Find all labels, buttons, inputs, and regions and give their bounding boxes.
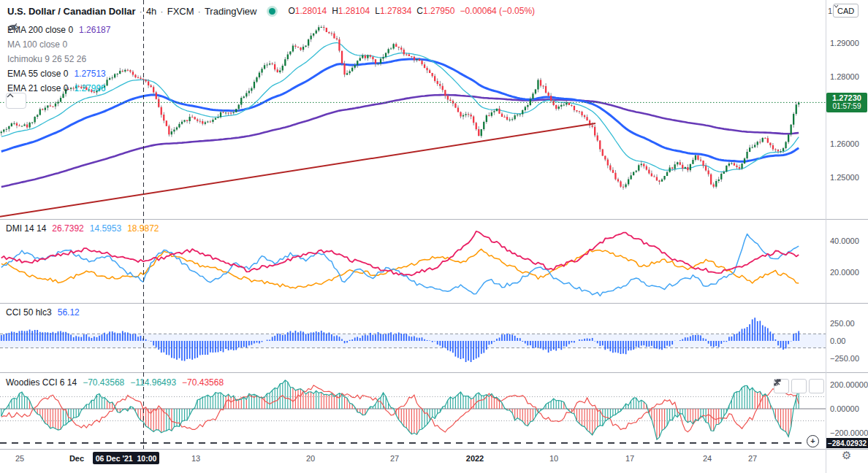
- crosshair-date-badge: 06 Dec '21 10:00: [93, 452, 159, 464]
- pane-value: 26.7392: [52, 223, 83, 234]
- dmi-axis-label: 40.0000: [830, 236, 859, 245]
- title-separator: ·: [160, 6, 163, 17]
- platform-label: TradingView: [205, 6, 257, 17]
- price-axis-label: 1.29000: [830, 39, 859, 47]
- time-axis-label: 24: [703, 454, 712, 463]
- ohlc-label: L: [375, 6, 380, 16]
- woodies-axis-label: 0.00000: [830, 404, 859, 413]
- current-price: 1.27230: [832, 93, 861, 102]
- bar-countdown-timer: 01:57:59: [833, 102, 861, 111]
- price-axis-label: 1.28000: [830, 72, 859, 81]
- eye-off-icon[interactable]: [7, 23, 19, 32]
- market-status-dot: [269, 8, 275, 15]
- pane-title[interactable]: Woodies CCI 6 14: [6, 377, 77, 388]
- chart-legend-title-row[interactable]: U.S. Dollar / Canadian Dollar · 4h · FXC…: [7, 4, 535, 18]
- ohlc-item: H1.28104: [332, 6, 370, 16]
- title-separator: ·: [140, 6, 142, 17]
- symbol-title[interactable]: U.S. Dollar / Canadian Dollar: [7, 6, 136, 17]
- legend-row[interactable]: MA 100 close 0: [7, 37, 110, 52]
- legend-label: MA 100 close 0: [7, 39, 67, 50]
- ohlc-value: 1.28104: [338, 6, 370, 16]
- time-axis-label: 10: [549, 454, 558, 463]
- time-axis-label: 27: [390, 454, 399, 463]
- tradingview-chart-window: U.S. Dollar / Canadian Dollar · 4h · FXC…: [0, 0, 868, 473]
- ohlc-value: 1.27834: [380, 6, 411, 16]
- add-alert-plus-icon[interactable]: +: [807, 435, 819, 447]
- cci-axis-label: 0.00: [830, 337, 845, 345]
- time-axis-label: 25: [15, 454, 24, 463]
- time-axis-label: 17: [625, 454, 634, 463]
- pane-value: −70.43568: [182, 377, 224, 388]
- ohlc-value: 1.28014: [295, 6, 327, 16]
- price-axis-label: 1.26000: [830, 139, 859, 148]
- pane-value: 56.12: [58, 307, 80, 318]
- pane-title[interactable]: DMI 14 14: [6, 223, 46, 234]
- legend-row[interactable]: EMA 55 close 01.27513: [7, 66, 110, 81]
- legend-row[interactable]: EMA 200 close 01.26187: [7, 23, 110, 37]
- legend-label: EMA 21 close 0: [7, 83, 68, 93]
- settings-gear-icon[interactable]: ⚙: [842, 449, 851, 462]
- time-axis-label: 2022: [466, 454, 484, 463]
- cci-axis-label: 250.00: [830, 319, 855, 328]
- ohlc-label: O: [288, 6, 294, 16]
- chevron-down-icon: [834, 4, 839, 8]
- ohlc-values: O1.28014H1.28104L1.27834C1.27950−0.00064…: [288, 6, 535, 16]
- close-pane-button[interactable]: [791, 379, 807, 393]
- woodies-cci-pane-header[interactable]: Woodies CCI 6 14−70.43568−114.96493−70.4…: [6, 377, 229, 388]
- time-axis-label: Dec: [69, 454, 84, 463]
- pane-title[interactable]: CCI 50 hlc3: [6, 307, 52, 318]
- cci-pane-header[interactable]: CCI 50 hlc356.12: [6, 307, 85, 318]
- pane-value: −70.43568: [83, 377, 124, 388]
- legend-label: EMA 55 close 0: [7, 69, 68, 79]
- interval-label[interactable]: 4h: [146, 6, 156, 17]
- ohlc-item: L1.27834: [375, 6, 411, 16]
- ohlc-label: H: [332, 6, 338, 16]
- currency-toggle-button[interactable]: CAD: [833, 4, 859, 18]
- time-axis-label: 27: [748, 454, 757, 463]
- indicator-legend: EMA 200 close 01.26187MA 100 close 0Ichi…: [7, 23, 110, 96]
- legend-value: 1.27996: [74, 83, 105, 93]
- time-axis-label: 13: [191, 454, 200, 463]
- legend-row[interactable]: Ichimoku 9 26 52 26: [7, 52, 110, 66]
- dmi-axis-label: 20.0000: [830, 268, 859, 277]
- woodies-axis-label: 200.00000: [830, 380, 868, 389]
- legend-label: Ichimoku 9 26 52 26: [7, 54, 86, 64]
- dmi-pane-header[interactable]: DMI 14 1426.739214.595318.9872: [6, 223, 165, 234]
- ohlc-label: C: [416, 6, 423, 16]
- ohlc-item: C1.27950: [416, 6, 454, 16]
- time-axis-label: 20: [306, 454, 315, 463]
- ohlc-value: 1.27950: [423, 6, 454, 16]
- woodies-level-badge: −284.02932: [826, 438, 868, 448]
- market-status-icon[interactable]: [267, 6, 278, 17]
- maximize-icon: [774, 379, 781, 386]
- currency-label: CAD: [837, 7, 854, 15]
- legend-value: 1.27513: [74, 69, 105, 79]
- chevron-up-icon: [7, 93, 14, 98]
- legend-collapse-button[interactable]: [6, 93, 26, 109]
- exchange-label: FXCM: [167, 6, 194, 17]
- price-axis-label: 1.25000: [830, 173, 859, 182]
- woodies-axis-label: −200.00000: [830, 428, 868, 437]
- ohlc-item: O1.28014: [288, 6, 327, 16]
- chart-canvas[interactable]: [0, 0, 868, 473]
- maximize-pane-button[interactable]: [809, 379, 824, 393]
- title-separator: ·: [198, 6, 201, 17]
- current-price-badge: 1.27230 01:57:59: [826, 93, 867, 112]
- legend-value: 1.26187: [79, 25, 110, 35]
- cci-axis-label: −250.00: [830, 354, 859, 363]
- pane-value: 18.9872: [127, 223, 159, 234]
- pane-value: −114.96493: [130, 377, 176, 388]
- pane-control-buttons: [774, 379, 824, 393]
- change-value: −0.00064 (−0.05%): [460, 6, 535, 16]
- pane-value: 14.5953: [90, 223, 121, 234]
